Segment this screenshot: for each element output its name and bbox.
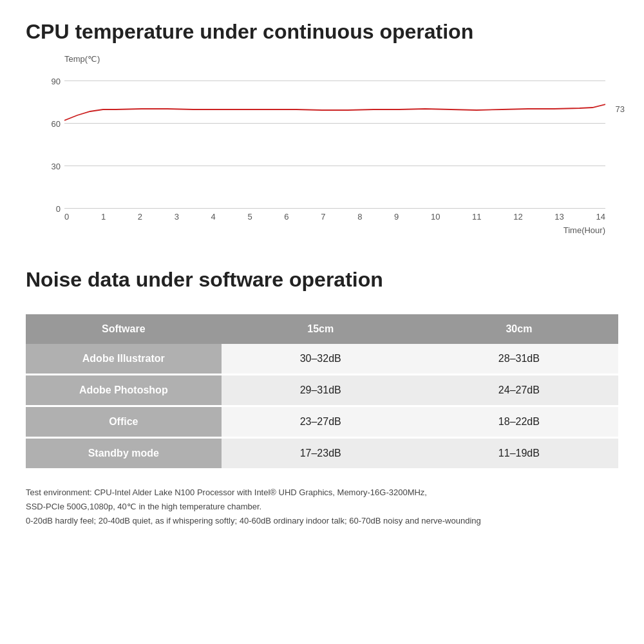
x-tick-8: 8 [357,212,362,222]
cell-software-2: Office [26,406,222,437]
x-tick-4: 4 [211,212,216,222]
cell-30cm-1: 24–27dB [420,374,618,406]
x-tick-11: 11 [472,212,481,222]
chart-title: CPU temperature under continuous operati… [26,19,618,44]
cell-30cm-3: 11–19dB [420,437,618,469]
chart-svg [64,66,605,208]
cell-software-1: Adobe Photoshop [26,374,222,406]
x-tick-7: 7 [321,212,325,222]
table-row: Adobe Photoshop 29–31dB 24–27dB [26,374,618,406]
y-tick-30: 30 [52,162,61,171]
cell-software-3: Standby mode [26,437,222,469]
table-row: Standby mode 17–23dB 11–19dB [26,437,618,469]
x-tick-14: 14 [596,212,605,222]
cell-15cm-0: 30–32dB [222,344,420,375]
table-body: Adobe Illustrator 30–32dB 28–31dB Adobe … [26,344,618,469]
y-axis-label: Temp(℃) [64,54,618,64]
temp-line [64,104,605,120]
cell-15cm-1: 29–31dB [222,374,420,406]
table-header: Software 15cm 30cm [26,314,618,344]
header-row: Software 15cm 30cm [26,314,618,344]
noise-section: Noise data under software operation Soft… [26,267,618,528]
y-tick-90: 90 [52,77,61,86]
x-tick-3: 3 [175,212,179,222]
x-tick-10: 10 [431,212,440,222]
cell-15cm-2: 23–27dB [222,406,420,437]
cpu-temp-chart: Temp(℃) 90 60 30 0 73 [26,54,618,235]
x-tick-9: 9 [394,212,399,222]
x-tick-2: 2 [138,212,142,222]
x-tick-5: 5 [247,212,252,222]
noise-table: Software 15cm 30cm Adobe Illustrator 30–… [26,314,618,470]
footnote-line2: SSD-PCIe 500G,1080p, 40℃ in the high tem… [26,500,618,514]
x-tick-6: 6 [284,212,289,222]
x-tick-13: 13 [554,212,564,222]
cell-30cm-2: 18–22dB [420,406,618,437]
col-header-30cm: 30cm [420,314,618,344]
x-tick-0: 0 [64,212,69,222]
grid-line-0: 0 [64,208,605,209]
cell-software-0: Adobe Illustrator [26,344,222,375]
table-row: Adobe Illustrator 30–32dB 28–31dB [26,344,618,375]
col-header-15cm: 15cm [222,314,420,344]
footnote: Test environment: CPU-Intel Alder Lake N… [26,486,618,528]
noise-title: Noise data under software operation [26,267,618,292]
x-axis-label: Time(Hour) [64,225,605,235]
y-tick-60: 60 [52,119,61,129]
cell-30cm-0: 28–31dB [420,344,618,375]
footnote-line1: Test environment: CPU-Intel Alder Lake N… [26,486,618,500]
x-tick-12: 12 [513,212,522,222]
cell-15cm-3: 17–23dB [222,437,420,469]
y-tick-0: 0 [56,204,61,214]
chart-end-value: 73 [616,104,625,114]
footnote-line3: 0-20dB hardly feel; 20-40dB quiet, as if… [26,514,618,528]
x-axis-ticks: 0 1 2 3 4 5 6 7 8 9 10 11 12 13 14 [64,212,605,222]
table-row: Office 23–27dB 18–22dB [26,406,618,437]
col-header-software: Software [26,314,222,344]
chart-plot-area: 90 60 30 0 73 [64,66,605,208]
x-tick-1: 1 [101,212,106,222]
